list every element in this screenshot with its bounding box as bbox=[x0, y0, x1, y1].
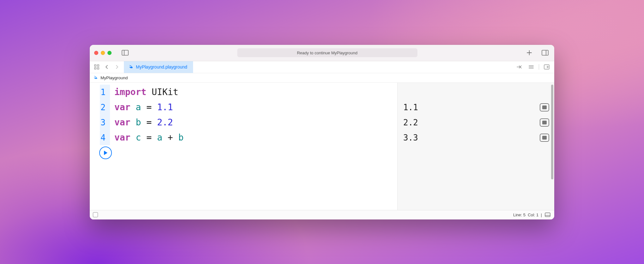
token-plain bbox=[152, 132, 157, 143]
tab-bar: MyPlayground.playground bbox=[90, 61, 554, 73]
token-type: UIKit bbox=[152, 87, 178, 97]
tab-label: MyPlayground.playground bbox=[136, 64, 187, 69]
token-plain bbox=[152, 102, 157, 112]
status-bar: Line: 5 Col: 1 | bbox=[90, 210, 554, 219]
line-number: 3 bbox=[100, 115, 110, 130]
activity-status: Ready to continue MyPlayground bbox=[237, 48, 417, 57]
toggle-navigator-icon[interactable] bbox=[120, 49, 130, 57]
svg-rect-5 bbox=[97, 65, 99, 66]
svg-rect-0 bbox=[122, 50, 128, 55]
token-plain bbox=[141, 132, 146, 143]
titlebar: Ready to continue MyPlayground bbox=[90, 45, 554, 61]
minimize-button[interactable] bbox=[101, 51, 105, 55]
quick-look-icon[interactable] bbox=[540, 134, 549, 142]
add-editor-icon[interactable] bbox=[542, 63, 551, 71]
swift-icon bbox=[128, 64, 133, 70]
token-op: = bbox=[146, 102, 152, 112]
token-plain bbox=[152, 117, 157, 128]
code-line[interactable]: import UIKit bbox=[114, 85, 397, 100]
svg-rect-9 bbox=[545, 213, 550, 217]
editor-area: 1234 import UIKitvar a = 1.1var b = 2.2v… bbox=[90, 83, 554, 210]
nav-back-icon[interactable] bbox=[102, 63, 111, 71]
token-op: = bbox=[146, 117, 152, 128]
toggle-debug-area-icon[interactable] bbox=[544, 212, 551, 218]
quick-look-icon[interactable] bbox=[540, 118, 549, 127]
tab-bar-right bbox=[512, 61, 554, 73]
run-button[interactable] bbox=[99, 147, 112, 159]
token-kw: import bbox=[114, 87, 146, 97]
code-line[interactable]: var c = a + b bbox=[114, 130, 397, 145]
token-plain bbox=[131, 117, 136, 128]
token-num: 2.2 bbox=[157, 117, 173, 128]
token-plain bbox=[162, 132, 168, 143]
scrollbar[interactable] bbox=[551, 85, 553, 179]
code-line[interactable]: var a = 1.1 bbox=[114, 100, 397, 115]
add-button[interactable] bbox=[525, 49, 534, 57]
cursor-col: Col: 1 bbox=[528, 213, 538, 217]
result-value: 1.1 bbox=[403, 103, 418, 112]
token-op: = bbox=[146, 132, 152, 143]
token-plain bbox=[146, 87, 152, 97]
line-number: 4 bbox=[100, 130, 110, 145]
code-lines[interactable]: import UIKitvar a = 1.1var b = 2.2var c … bbox=[110, 83, 397, 210]
token-kw: var bbox=[114, 117, 131, 128]
svg-rect-4 bbox=[94, 65, 96, 66]
breadcrumb[interactable]: MyPlayground bbox=[90, 73, 554, 83]
line-gutter: 1234 bbox=[90, 83, 110, 210]
divider bbox=[539, 64, 539, 70]
breadcrumb-label: MyPlayground bbox=[100, 75, 128, 80]
result-row: 2.2 bbox=[398, 115, 554, 130]
cursor-line: Line: 5 bbox=[513, 213, 526, 217]
zoom-button[interactable] bbox=[107, 51, 112, 55]
cursor-sep bbox=[526, 213, 528, 217]
swift-icon bbox=[93, 75, 98, 81]
token-id: a bbox=[157, 132, 162, 143]
svg-rect-6 bbox=[94, 68, 96, 69]
token-plain bbox=[173, 132, 178, 143]
result-value: 3.3 bbox=[403, 133, 418, 142]
token-plain bbox=[141, 102, 146, 112]
results-sidebar: 1.12.23.3 bbox=[397, 83, 554, 210]
result-row-spacer bbox=[398, 85, 554, 100]
tab-bar-nav bbox=[90, 61, 124, 73]
line-number: 2 bbox=[100, 100, 110, 115]
token-kw: var bbox=[114, 102, 131, 112]
token-num: 1.1 bbox=[157, 102, 173, 112]
token-kw: var bbox=[114, 132, 131, 143]
window-controls bbox=[94, 51, 112, 55]
result-row: 3.3 bbox=[398, 130, 554, 145]
tab-active[interactable]: MyPlayground.playground bbox=[124, 61, 193, 73]
divider: | bbox=[538, 213, 544, 217]
token-plain bbox=[131, 132, 136, 143]
line-number: 1 bbox=[100, 85, 110, 100]
related-items-icon[interactable] bbox=[92, 63, 101, 71]
activity-status-text: Ready to continue MyPlayground bbox=[297, 51, 358, 55]
token-plain bbox=[141, 117, 146, 128]
toggle-inspector-icon[interactable] bbox=[540, 49, 550, 57]
token-id: a bbox=[136, 102, 141, 112]
token-id: c bbox=[136, 132, 141, 143]
code-line[interactable]: var b = 2.2 bbox=[114, 115, 397, 130]
close-button[interactable] bbox=[94, 51, 98, 55]
quick-look-icon[interactable] bbox=[540, 103, 549, 111]
svg-rect-7 bbox=[97, 68, 99, 69]
svg-rect-2 bbox=[542, 50, 548, 55]
result-value: 2.2 bbox=[403, 118, 418, 127]
token-plain bbox=[131, 102, 136, 112]
result-row: 1.1 bbox=[398, 100, 554, 115]
code-editor[interactable]: 1234 import UIKitvar a = 1.1var b = 2.2v… bbox=[90, 83, 397, 210]
token-id: b bbox=[178, 132, 184, 143]
code-review-icon[interactable] bbox=[515, 63, 524, 71]
xcode-window: Ready to continue MyPlayground My bbox=[90, 45, 554, 219]
token-id: b bbox=[136, 117, 141, 128]
toggle-breakpoints-icon[interactable] bbox=[93, 212, 98, 217]
adjust-editor-icon[interactable] bbox=[527, 63, 536, 71]
nav-forward-icon[interactable] bbox=[112, 63, 121, 71]
token-op: + bbox=[168, 132, 173, 143]
